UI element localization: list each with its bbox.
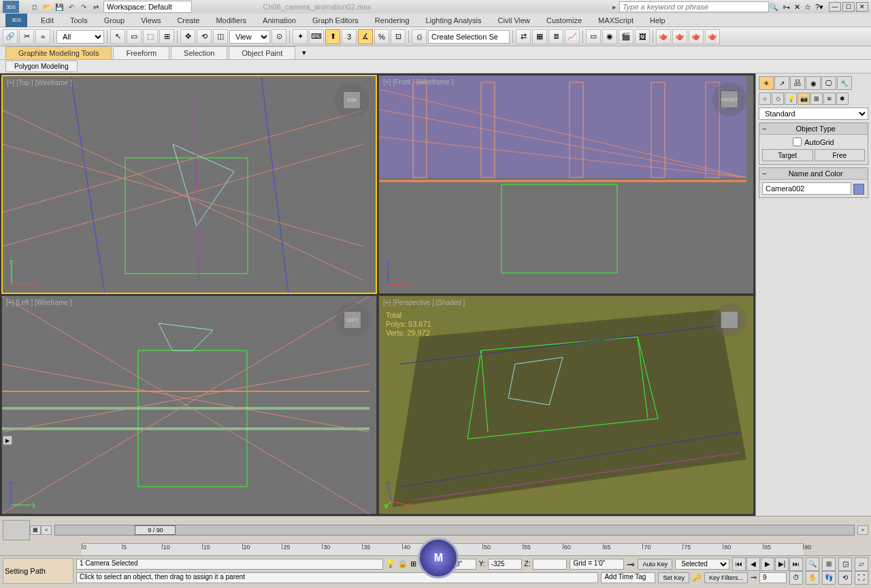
- viewport-left[interactable]: [+] [Left ] [Wireframe ] LEFT yz: [1, 295, 377, 514]
- snap-button[interactable]: ⬆: [325, 29, 340, 44]
- vp-front-label[interactable]: [+] [Front ] [Wireframe ]: [383, 78, 453, 86]
- menu-animation[interactable]: Animation: [254, 16, 304, 24]
- modify-tab[interactable]: ↗: [774, 76, 789, 90]
- rotate-button[interactable]: ⟲: [197, 29, 212, 44]
- coord-y[interactable]: [488, 559, 522, 570]
- goto-end-button[interactable]: ⏭: [789, 557, 803, 571]
- menu-rendering[interactable]: Rendering: [367, 16, 418, 24]
- select-region-button[interactable]: ⬚: [143, 29, 158, 44]
- goto-start-button[interactable]: ⏮: [732, 557, 746, 571]
- keyboard-button[interactable]: ⌨: [309, 29, 324, 44]
- app-logo[interactable]: 3DS: [3, 1, 19, 13]
- select-button[interactable]: ↖: [110, 29, 125, 44]
- menu-maxscript[interactable]: MAXScript: [590, 16, 642, 24]
- geometry-cat[interactable]: ○: [759, 93, 771, 105]
- render-iter-button[interactable]: 🫖: [689, 29, 704, 44]
- align-button[interactable]: ▦: [532, 29, 547, 44]
- bind-button[interactable]: ≈: [35, 29, 50, 44]
- scale-button[interactable]: ◫: [213, 29, 228, 44]
- lock-icon[interactable]: 💡: [386, 559, 395, 568]
- redo-icon[interactable]: ↷: [79, 2, 88, 12]
- app-menu[interactable]: 3DS: [5, 14, 27, 27]
- selection-filter[interactable]: All: [56, 30, 104, 44]
- nav-orbit-button[interactable]: ⟲: [838, 571, 852, 585]
- target-button[interactable]: Target: [762, 149, 813, 161]
- viewport-front[interactable]: [+] [Front ] [Wireframe ] FRONT xz: [378, 75, 754, 294]
- autogrid-check[interactable]: [793, 137, 802, 146]
- menu-lighting[interactable]: Lighting Analysis: [418, 16, 490, 24]
- binoculars-icon[interactable]: 🔍: [769, 3, 778, 12]
- exchange-icon[interactable]: ✕: [794, 3, 800, 12]
- time-slider[interactable]: 9 / 90: [54, 525, 855, 536]
- render-prod-button[interactable]: 🫖: [672, 29, 687, 44]
- mirror-button[interactable]: ⇄: [516, 29, 531, 44]
- infocenter-arrow-icon[interactable]: ▸: [612, 3, 617, 12]
- angle-snap-button[interactable]: 3: [342, 29, 357, 44]
- vp-top-label[interactable]: [+] [Top ] [Wireframe ]: [7, 79, 72, 86]
- nav-walk-button[interactable]: 👣: [822, 571, 836, 585]
- pivot-button[interactable]: ⊙: [272, 29, 286, 44]
- menu-civil[interactable]: Civil View: [490, 16, 538, 24]
- time-config-button[interactable]: ⏱: [789, 571, 803, 585]
- select-name-button[interactable]: ▭: [127, 29, 142, 44]
- schematic-button[interactable]: ▭: [586, 29, 601, 44]
- ribbon-freeform[interactable]: Freeform: [113, 46, 169, 59]
- menu-modifiers[interactable]: Modifiers: [208, 16, 254, 24]
- percent-snap-button[interactable]: ∡: [358, 29, 373, 44]
- nav-fov-button[interactable]: ▱: [855, 557, 868, 571]
- time-thumb[interactable]: 9 / 90: [135, 525, 176, 535]
- menu-edit[interactable]: Edit: [33, 16, 62, 24]
- layers-button[interactable]: ≣: [548, 29, 563, 44]
- viewcube-persp[interactable]: [712, 303, 746, 337]
- render-setup-button[interactable]: 🎬: [619, 29, 634, 44]
- menu-customize[interactable]: Customize: [538, 16, 590, 24]
- manipulate-button[interactable]: ✦: [293, 29, 308, 44]
- time-tag[interactable]: Add Time Tag: [601, 572, 655, 583]
- named-sel-button[interactable]: ⎙: [412, 29, 427, 44]
- link-button[interactable]: 🔗: [3, 29, 18, 44]
- ribbon-expand-icon[interactable]: ▾: [302, 48, 306, 57]
- ribbon-selection[interactable]: Selection: [171, 46, 227, 59]
- search-input[interactable]: [619, 1, 769, 12]
- close-button[interactable]: ✕: [856, 2, 868, 12]
- undo-icon[interactable]: ↶: [67, 2, 76, 12]
- keymode-icon[interactable]: ⊸: [751, 573, 757, 582]
- setkey-button[interactable]: Set Key: [658, 572, 689, 583]
- nav-zoomall-button[interactable]: ⊞: [822, 557, 836, 571]
- keymode-dropdown[interactable]: Selected: [675, 559, 729, 570]
- utilities-tab[interactable]: 🔧: [837, 76, 852, 90]
- help-icon[interactable]: ?▾: [815, 3, 823, 12]
- spacewarps-cat[interactable]: ≋: [823, 93, 836, 105]
- coord-z[interactable]: [533, 559, 567, 570]
- motion-tab[interactable]: ◉: [806, 76, 821, 90]
- window-cross-button[interactable]: ⊞: [159, 29, 174, 44]
- slider-left[interactable]: <: [41, 525, 52, 535]
- rollout-header[interactable]: −Object Type: [759, 123, 868, 135]
- rollout-header-nc[interactable]: −Name and Color: [759, 168, 868, 180]
- curve-editor-mini[interactable]: ▦: [30, 525, 41, 535]
- viewport-perspective[interactable]: [+] [Perspective ] [Shaded ] Total Polys…: [378, 295, 754, 514]
- viewcube-top[interactable]: TOP: [335, 83, 369, 117]
- ref-coord-dropdown[interactable]: View: [229, 30, 270, 44]
- render-as-button[interactable]: 🫖: [705, 29, 720, 44]
- object-name-input[interactable]: [762, 182, 851, 195]
- helpers-cat[interactable]: ⊞: [810, 93, 823, 105]
- favorite-icon[interactable]: ☆: [804, 3, 811, 12]
- menu-views[interactable]: Views: [133, 16, 169, 24]
- isolate-icon[interactable]: ⊞: [410, 559, 416, 568]
- display-tab[interactable]: 🖵: [821, 76, 836, 90]
- vp-persp-label[interactable]: [+] [Perspective ] [Shaded ]: [383, 299, 465, 306]
- curve-editor-button[interactable]: 📈: [565, 29, 580, 44]
- key-icon[interactable]: 🗝: [783, 3, 790, 11]
- link-icon[interactable]: ⇄: [91, 2, 101, 12]
- unlink-button[interactable]: ✂: [19, 29, 34, 44]
- autokey-button[interactable]: Auto Key: [638, 559, 672, 570]
- systems-cat[interactable]: ✱: [836, 93, 849, 105]
- nav-maximize-button[interactable]: ⛶: [855, 571, 868, 585]
- open-icon[interactable]: 📂: [42, 2, 52, 12]
- named-sel-dropdown[interactable]: [428, 30, 510, 44]
- render-button[interactable]: 🫖: [656, 29, 671, 44]
- menu-tools[interactable]: Tools: [62, 16, 96, 24]
- lights-cat[interactable]: 💡: [785, 93, 797, 105]
- vp-left-label[interactable]: [+] [Left ] [Wireframe ]: [6, 299, 71, 306]
